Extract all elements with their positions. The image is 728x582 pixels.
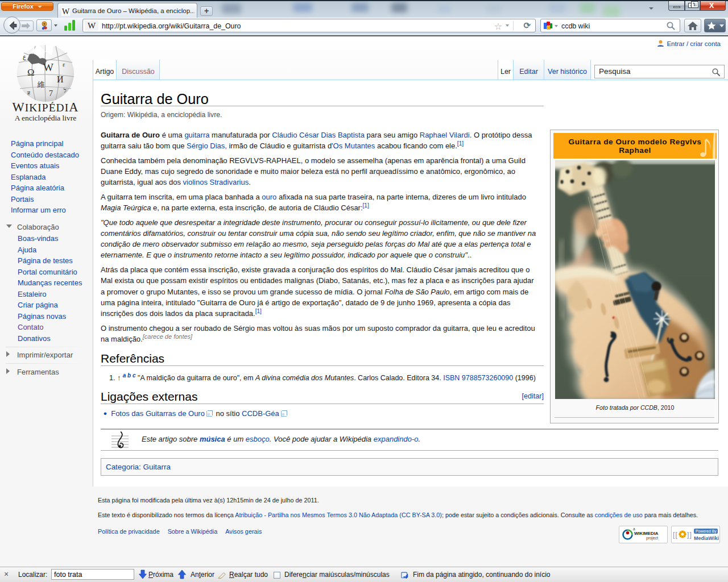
svg-text:維: 維	[37, 80, 45, 89]
svg-text:ɛ: ɛ	[63, 61, 65, 68]
svg-text:WIKIMEDIA: WIKIMEDIA	[634, 531, 659, 536]
svg-text:ל: ל	[63, 88, 67, 94]
svg-text:W: W	[43, 61, 53, 73]
svg-text:И: И	[57, 74, 64, 84]
svg-text:[: [	[673, 531, 675, 539]
svg-text:MediaWiki: MediaWiki	[694, 535, 719, 541]
svg-text:]: ]	[690, 531, 692, 539]
svg-text:a: a	[633, 527, 635, 531]
svg-text:ह: ह	[27, 90, 30, 96]
svg-text:Ω: Ω	[27, 67, 35, 78]
svg-text:Powered By: Powered By	[696, 529, 717, 534]
svg-text:project: project	[646, 536, 658, 541]
svg-text:7: 7	[49, 89, 53, 98]
svg-text:]: ]	[687, 531, 689, 539]
svg-text:[: [	[676, 531, 678, 539]
svg-text:ع: ع	[23, 53, 26, 60]
